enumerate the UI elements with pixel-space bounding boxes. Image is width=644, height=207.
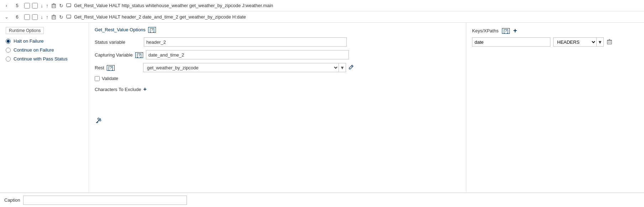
radio-continue-failure-input[interactable] [6,48,11,53]
radio-halt-label: Halt on Failure [14,38,44,44]
row-6-checkbox2[interactable] [32,14,38,20]
row-6-comment-btn[interactable] [66,14,72,20]
row-5-number: 5 [12,3,22,8]
svg-rect-0 [52,5,56,8]
main-content: Runtime Options Halt on Failure Continue… [0,23,644,193]
validate-checkbox[interactable] [95,76,100,81]
row-6-reset-btn[interactable]: ↻ [58,14,64,21]
rest-row: Rest [?] get_weather_by_zipcode ▼ [95,63,460,72]
row-5-delete-btn[interactable] [51,2,57,9]
chars-exclude-label: Characters To Exclude [95,87,141,92]
row-6-actions: ↓ ↑ ↻ [40,14,72,21]
row-5-comment-btn[interactable] [66,2,72,9]
keys-delete-btn[interactable] [607,39,612,46]
row-6-checkbox[interactable] [24,14,30,20]
svg-rect-11 [67,15,71,18]
radio-continue-failure[interactable]: Continue on Failure [6,47,83,53]
row-6-down-btn[interactable]: ↓ [40,14,44,21]
validate-label: Validate [102,76,118,81]
rest-label: Rest [?] [95,65,141,70]
right-panel-help[interactable]: [?] [148,27,156,33]
svg-rect-17 [607,41,612,44]
caption-label: Caption [4,197,20,203]
capturing-variable-label: Capturing Variable [?] [95,52,143,58]
row-5-checkbox2[interactable] [32,3,38,9]
keys-type-select[interactable]: HEADERS BODY JSON XML [554,38,596,46]
row-6-text: Get_Rest_Value HALT header_2 date_and_ti… [74,14,641,20]
row-6-number: 6 [12,14,22,20]
row-5-up-btn[interactable]: ↑ [45,2,49,9]
radio-continue-failure-label: Continue on Failure [14,47,54,53]
svg-rect-6 [52,16,56,19]
capturing-variable-row: Capturing Variable [?] [95,50,460,59]
validate-row: Validate [95,76,460,81]
syringe-btn[interactable] [95,117,103,124]
rest-select-wrap: get_weather_by_zipcode ▼ [143,63,346,72]
caption-input[interactable] [23,196,187,205]
radio-continue-pass-input[interactable] [6,57,11,62]
rest-help[interactable]: [?] [107,65,114,71]
chars-exclude-add-btn[interactable]: + [143,86,147,92]
svg-line-12 [351,66,352,67]
row-6-up-btn[interactable]: ↑ [45,14,49,21]
bottom-bar: Caption [0,193,644,207]
row-5-down-btn[interactable]: ↓ [40,2,44,9]
keys-help[interactable]: [?] [502,28,509,34]
row-6-toggle[interactable]: ⌄ [3,14,10,20]
left-panel: Runtime Options Halt on Failure Continue… [0,23,89,192]
row-5: › 5 ↓ ↑ ↻ Get_Rest_Value HALT http_statu… [0,0,644,11]
row-5-text: Get_Rest_Value HALT http_status whitehou… [74,3,641,8]
capturing-variable-help[interactable]: [?] [135,52,143,58]
radio-halt[interactable]: Halt on Failure [6,38,83,44]
row-5-actions: ↓ ↑ ↻ [40,2,72,9]
row-5-reset-btn[interactable]: ↻ [58,2,64,9]
chars-exclude-row: Characters To Exclude + [95,86,460,92]
keys-type-arrow[interactable]: ▼ [596,38,603,46]
keys-add-btn[interactable]: + [513,27,517,34]
syringe-row [95,114,460,126]
rest-edit-btn[interactable] [348,64,354,71]
radio-halt-input[interactable] [6,39,11,44]
keys-title: Keys/XPaths [472,28,498,33]
keys-header: Keys/XPaths [?] + [472,27,638,34]
status-variable-label: Status variable [95,39,141,45]
rest-select[interactable]: get_weather_by_zipcode [143,63,339,72]
right-panel-title: Get_Rest_Value Options [?] [95,27,460,32]
row-6-delete-btn[interactable] [51,14,57,20]
radio-group: Halt on Failure Continue on Failure Cont… [6,38,83,62]
keys-panel: Keys/XPaths [?] + HEADERS BODY JSON XML … [466,23,644,192]
keys-row-1: HEADERS BODY JSON XML ▼ [472,37,638,47]
radio-continue-pass-label: Continue with Pass Status [14,56,68,62]
rest-dropdown-arrow[interactable]: ▼ [339,63,346,72]
status-variable-input[interactable] [144,37,347,47]
capturing-variable-input[interactable] [146,50,349,59]
keys-input[interactable] [472,37,550,47]
svg-rect-5 [67,4,71,7]
right-panel: Get_Rest_Value Options [?] Status variab… [89,23,466,192]
radio-continue-pass[interactable]: Continue with Pass Status [6,56,83,62]
status-variable-row: Status variable [95,37,460,47]
row-5-toggle[interactable]: › [3,3,10,8]
row-6: ⌄ 6 ↓ ↑ ↻ Get_Rest_Value HALT header_2 d… [0,11,644,23]
row-5-checkbox[interactable] [24,3,30,9]
runtime-options-title: Runtime Options [6,27,44,34]
keys-type-wrap: HEADERS BODY JSON XML ▼ [553,37,604,47]
